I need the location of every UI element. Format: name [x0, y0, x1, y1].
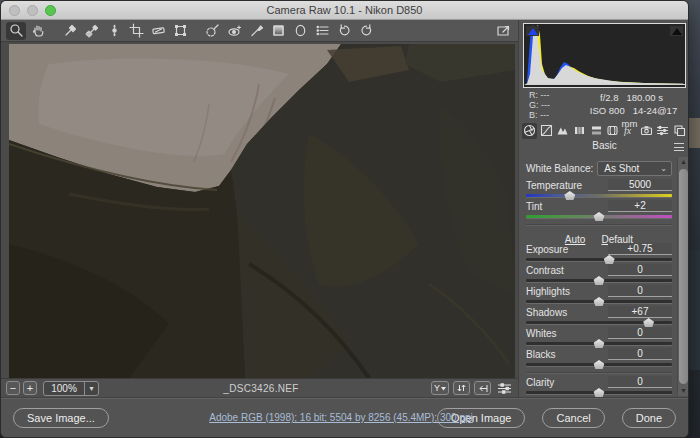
panel-menu-button[interactable]: [674, 143, 684, 151]
color-sampler-tool[interactable]: [82, 22, 102, 40]
contrast-slider[interactable]: [526, 276, 672, 285]
slider-contrast: Contrast0: [526, 265, 672, 285]
straighten-tool[interactable]: [148, 22, 168, 40]
shutter-value: 180.00 s: [627, 92, 663, 103]
slider-label: Temperature: [526, 180, 608, 191]
preview-preferences-button[interactable]: [495, 381, 513, 395]
exposure-value-field[interactable]: +0.75: [608, 243, 672, 255]
before-after-views-button[interactable]: Y: [431, 381, 449, 395]
white-balance-tool[interactable]: [60, 22, 80, 40]
preferences-button[interactable]: [312, 22, 332, 40]
red-eye-tool[interactable]: [224, 22, 244, 40]
white-balance-select[interactable]: As Shot ⌄: [597, 161, 672, 176]
slider-thumb[interactable]: [593, 388, 606, 397]
done-button[interactable]: Done: [622, 408, 676, 428]
red-eye-icon: [227, 23, 242, 38]
zoom-tool[interactable]: [6, 22, 26, 40]
targeted-adjustment-icon: [107, 23, 122, 38]
adjustments-panel: R: --- G: --- B: --- f/2.8180.00 s ISO 8…: [518, 20, 689, 397]
adjustment-brush-tool[interactable]: [246, 22, 266, 40]
fullscreen-toggle[interactable]: [493, 22, 513, 40]
exif-readout: f/2.8180.00 s ISO 80014-24@17 mm: [577, 91, 686, 130]
shadows-slider[interactable]: [526, 318, 672, 327]
save-image-button[interactable]: Save Image...: [13, 408, 109, 428]
hand-tool[interactable]: [28, 22, 48, 40]
sliders-icon: [498, 383, 511, 394]
highlights-value-field[interactable]: 0: [608, 285, 672, 297]
rotate-left-button[interactable]: [334, 22, 354, 40]
shadow-clip-indicator[interactable]: [526, 26, 539, 36]
camera-raw-window: Camera Raw 10.1 - Nikon D850: [0, 0, 689, 438]
slider-shadows: Shadows+67: [526, 307, 672, 327]
workflow-options-link[interactable]: Adobe RGB (1998); 16 bit; 5504 by 8256 (…: [166, 412, 516, 423]
exposure-slider[interactable]: [526, 255, 672, 264]
image-canvas[interactable]: [1, 42, 518, 378]
slider-thumb[interactable]: [593, 360, 606, 369]
spot-removal-tool[interactable]: [202, 22, 222, 40]
aperture-value: f/2.8: [600, 92, 619, 103]
slider-thumb[interactable]: [563, 191, 576, 200]
temperature-slider[interactable]: [526, 191, 672, 200]
crop-tool[interactable]: [126, 22, 146, 40]
tint-value-field[interactable]: +2: [608, 200, 672, 212]
basic-aperture-icon: [523, 124, 536, 137]
whites-slider[interactable]: [526, 339, 672, 348]
slider-label: Clarity: [526, 377, 608, 388]
slider-label: Whites: [526, 328, 608, 339]
zoom-level-value: 100%: [44, 383, 84, 394]
brush-icon: [249, 23, 264, 38]
scrollbar-thumb[interactable]: [679, 169, 688, 384]
targeted-adjustment-tool[interactable]: [104, 22, 124, 40]
rotate-left-icon: [337, 23, 352, 38]
histogram[interactable]: [523, 23, 686, 88]
contrast-value-field[interactable]: 0: [608, 264, 672, 276]
magnifier-icon: [9, 23, 24, 38]
graduated-filter-icon: [271, 23, 286, 38]
slider-thumb[interactable]: [642, 318, 655, 327]
slider-thumb[interactable]: [593, 276, 606, 285]
zoom-level-select[interactable]: 100% ▾: [43, 381, 99, 396]
panel-scrollbar[interactable]: ▲ ▼: [677, 157, 689, 396]
clarity-value-field[interactable]: 0: [608, 376, 672, 388]
zoom-out-button[interactable]: −: [6, 381, 20, 395]
titlebar[interactable]: Camera Raw 10.1 - Nikon D850: [1, 1, 688, 20]
photo-preview: [9, 44, 515, 378]
cancel-button[interactable]: Cancel: [542, 408, 604, 428]
graduated-filter-tool[interactable]: [268, 22, 288, 40]
slider-highlights: Highlights0: [526, 286, 672, 306]
divider: [526, 224, 672, 225]
scroll-down-icon[interactable]: ▼: [678, 386, 689, 396]
scroll-up-icon[interactable]: ▲: [678, 157, 689, 167]
copy-settings-button[interactable]: [474, 381, 491, 395]
radial-filter-icon: [293, 23, 308, 38]
white-balance-label: White Balance:: [526, 163, 593, 174]
shadows-value-field[interactable]: +67: [608, 306, 672, 318]
slider-thumb[interactable]: [593, 297, 606, 306]
radial-filter-tool[interactable]: [290, 22, 310, 40]
slider-thumb[interactable]: [593, 339, 606, 348]
chevron-down-icon: ▾: [84, 382, 98, 395]
tab-detail[interactable]: [555, 123, 570, 139]
tab-basic[interactable]: [522, 123, 537, 139]
tint-slider[interactable]: [526, 212, 672, 221]
blacks-slider[interactable]: [526, 360, 672, 369]
blacks-value-field[interactable]: 0: [608, 348, 672, 360]
swap-before-after-button[interactable]: [453, 381, 470, 395]
tab-tone-curve[interactable]: [539, 123, 554, 139]
transform-tool[interactable]: [170, 22, 190, 40]
eyedropper-icon: [63, 23, 78, 38]
before-after-label: Y: [434, 383, 440, 393]
slider-tint: Tint+2: [526, 201, 672, 221]
slider-thumb[interactable]: [593, 212, 606, 221]
temperature-value-field[interactable]: 5000: [608, 179, 672, 191]
highlights-slider[interactable]: [526, 297, 672, 306]
slider-thumb[interactable]: [603, 255, 616, 264]
rotate-right-button[interactable]: [356, 22, 376, 40]
filename-label: _DSC3426.NEF: [121, 383, 401, 394]
fullscreen-icon: [496, 23, 511, 38]
whites-value-field[interactable]: 0: [608, 327, 672, 339]
white-balance-value: As Shot: [604, 163, 660, 174]
zoom-in-button[interactable]: +: [23, 381, 37, 395]
highlight-clip-indicator[interactable]: [670, 26, 683, 36]
clarity-slider[interactable]: [526, 388, 672, 397]
